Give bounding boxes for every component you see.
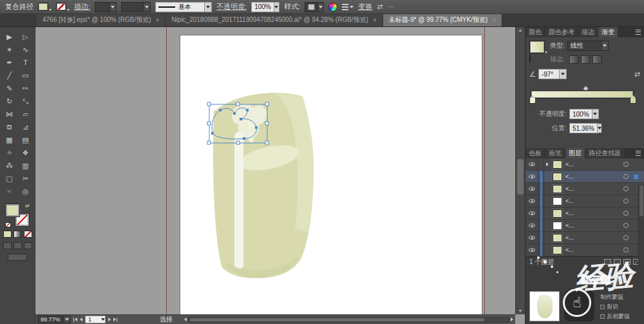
target-circle[interactable]: [623, 247, 629, 253]
color-button[interactable]: [3, 231, 12, 238]
opacity-select[interactable]: 100%: [251, 2, 279, 12]
visibility-toggle[interactable]: [526, 171, 538, 182]
gradient-button[interactable]: [14, 231, 22, 238]
document-tab[interactable]: Nipic_20180988_20171119094708245000.ai* …: [166, 14, 383, 26]
panel-tab[interactable]: 路径查找器: [585, 148, 625, 158]
tab-close-icon[interactable]: ×: [373, 17, 377, 24]
paintbrush-tool[interactable]: ✎: [1, 82, 17, 95]
scale-tool[interactable]: ⤡: [17, 95, 33, 108]
target-circle[interactable]: [623, 198, 629, 204]
layer-thumbnail[interactable]: [553, 185, 562, 193]
perspective-grid-tool[interactable]: ⊿: [17, 120, 33, 133]
zoom-select[interactable]: 99.77%: [37, 316, 71, 323]
artboard-tool[interactable]: ▢: [1, 172, 17, 185]
layer-thumbnail[interactable]: [553, 246, 562, 254]
expand-toggle[interactable]: [544, 171, 551, 182]
panel-tab[interactable]: 色板: [526, 148, 545, 158]
object-thumbnail[interactable]: [529, 291, 560, 321]
gradient-angle-select[interactable]: -97°: [538, 69, 567, 79]
layer-name[interactable]: <...: [564, 173, 623, 180]
layer-name[interactable]: <...: [564, 234, 623, 241]
layer-thumbnail[interactable]: [553, 173, 562, 181]
variable-width-select[interactable]: [121, 2, 151, 12]
transform-panel-link[interactable]: 变换: [358, 2, 372, 12]
layer-thumbnail[interactable]: [553, 234, 562, 242]
transparency-opacity-select[interactable]: 100%: [581, 275, 618, 285]
transform-again-icon[interactable]: ⇄: [377, 3, 383, 11]
blend-tool[interactable]: ❖: [17, 146, 33, 159]
stroke-gradient-swatch[interactable]: [529, 54, 531, 62]
pencil-tool[interactable]: ✏: [17, 82, 33, 95]
layer-row[interactable]: <...: [526, 195, 644, 207]
gradient-stop-end[interactable]: [630, 97, 636, 104]
layer-thumbnail[interactable]: [553, 209, 562, 218]
scroll-up-icon[interactable]: [516, 29, 525, 32]
fill-indicator[interactable]: [6, 204, 19, 216]
new-sublayer-icon[interactable]: [614, 259, 621, 265]
stroke-gradient-within-ic[interactable]: [569, 55, 579, 64]
width-tool[interactable]: ⋈: [1, 108, 17, 120]
layer-thumbnail[interactable]: [553, 222, 562, 230]
style-select[interactable]: [305, 2, 324, 12]
column-graph-tool[interactable]: ▥: [17, 159, 33, 172]
layer-row[interactable]: <...: [526, 232, 644, 244]
stroke-gradient-across-ic[interactable]: [592, 55, 602, 64]
visibility-toggle[interactable]: [526, 195, 538, 207]
layer-row[interactable]: <...: [526, 171, 644, 183]
panel-tab[interactable]: 渐变: [598, 27, 618, 37]
edit-column[interactable]: [538, 244, 544, 256]
draw-behind-button[interactable]: [14, 242, 22, 249]
target-circle[interactable]: [623, 174, 629, 179]
rectangle-tool[interactable]: ▭: [17, 69, 33, 82]
draw-normal-button[interactable]: [3, 242, 12, 249]
layer-name[interactable]: <...: [564, 198, 623, 204]
more-options-icon[interactable]: ⋯: [387, 3, 394, 11]
draw-inside-button[interactable]: [24, 242, 32, 249]
target-circle[interactable]: [623, 162, 629, 167]
panel-menu-icon[interactable]: [632, 27, 644, 37]
tab-close-icon[interactable]: ×: [492, 17, 496, 24]
scroll-right-icon[interactable]: [511, 318, 513, 321]
stroke-panel-link[interactable]: 描边:: [74, 2, 90, 12]
edit-column[interactable]: [538, 207, 544, 219]
last-artboard-button[interactable]: [113, 318, 117, 322]
none-button[interactable]: [24, 231, 32, 238]
layer-name[interactable]: <...: [564, 161, 623, 167]
target-circle[interactable]: [623, 235, 629, 240]
vertical-scrollbar[interactable]: [515, 27, 525, 314]
layer-row[interactable]: <...: [526, 220, 644, 232]
layer-name[interactable]: <...: [564, 186, 623, 192]
stroke-weight-select[interactable]: [95, 2, 117, 12]
type-tool[interactable]: T: [17, 56, 33, 69]
gradient-opacity-select[interactable]: 100%: [569, 109, 599, 119]
hand-tool[interactable]: ☜: [1, 185, 17, 198]
expand-toggle[interactable]: [544, 220, 551, 231]
lasso-tool[interactable]: ∿: [17, 43, 33, 56]
visibility-toggle[interactable]: [526, 232, 538, 243]
visibility-toggle[interactable]: [526, 183, 538, 195]
artboard-number-field[interactable]: 1: [85, 316, 106, 323]
canvas[interactable]: 99.77% 1 选择: [35, 27, 525, 324]
new-layer-icon[interactable]: [623, 259, 630, 265]
scroll-left-icon[interactable]: [184, 318, 187, 321]
expand-toggle[interactable]: [544, 207, 551, 219]
panel-tab[interactable]: 画笔: [545, 148, 565, 158]
gradient-swatch[interactable]: [529, 41, 545, 53]
mask-thumbnail-well[interactable]: [564, 291, 594, 321]
panel-tab[interactable]: 描边: [578, 27, 598, 37]
horizontal-scroll-thumb[interactable]: [190, 318, 484, 321]
eyedropper-tool[interactable]: ✧: [1, 146, 17, 159]
brush-definition-select[interactable]: 基本: [155, 2, 212, 12]
magic-wand-tool[interactable]: ✶: [1, 43, 17, 56]
swap-fill-stroke-icon[interactable]: ⇄: [25, 203, 30, 209]
layer-name[interactable]: <...: [564, 210, 623, 216]
free-transform-tool[interactable]: ▱: [17, 108, 33, 120]
opacity-panel-link[interactable]: 不透明度:: [216, 2, 247, 12]
edit-column[interactable]: [538, 220, 544, 231]
visibility-toggle[interactable]: [526, 220, 538, 231]
layer-row[interactable]: <...: [526, 244, 644, 256]
horizontal-scrollbar[interactable]: [184, 317, 513, 323]
pen-tool[interactable]: ✒: [1, 56, 17, 69]
panel-tab[interactable]: 颜色参考: [545, 27, 578, 37]
make-clip-mask-icon[interactable]: [604, 259, 611, 265]
